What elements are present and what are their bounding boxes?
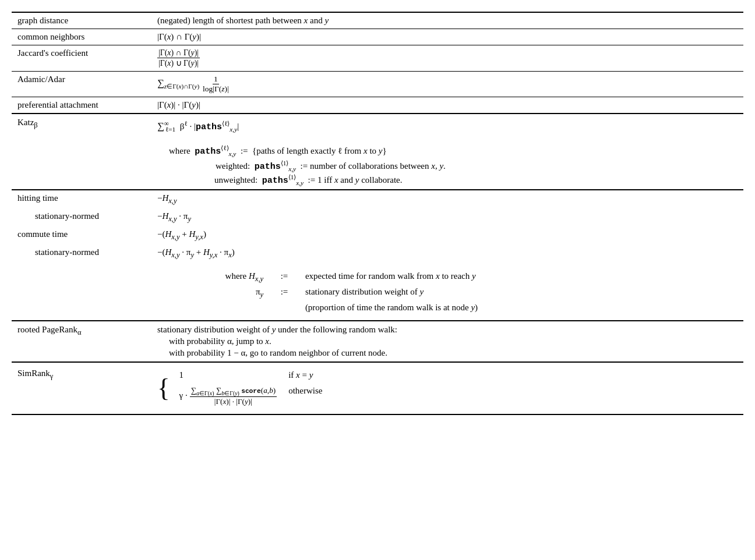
table-row: Katzβ ∑∞ℓ=1 βℓ · |paths⟨ℓ⟩x,y| where pat… [12,114,743,190]
table-row: graph distance (negated) length of short… [12,12,743,29]
row-label: Adamic/Adar [12,72,151,97]
row-formula: stationary distribution weight of y unde… [151,321,743,362]
row-formula: (negated) length of shortest path betwee… [151,12,743,29]
similarity-table: graph distance (negated) length of short… [12,12,743,415]
row-formula: −(Hx,y + Hy,x) [151,226,743,244]
row-formula: −Hx,y · πy [151,208,743,226]
row-formula: ∑z∈Γ(x)∩Γ(y) 1 log|Γ(z)| [151,72,743,97]
row-formula: −(Hx,y · πy + Hy,x · πx) [151,244,743,263]
row-label: commute time [12,226,151,244]
table-row: Jaccard's coefficient |Γ(x) ∩ Γ(y)| |Γ(x… [12,45,743,72]
table-row: stationary-normed −Hx,y · πy [12,208,743,226]
row-label: stationary-normed [12,244,151,263]
row-formula: |Γ(x) ∩ Γ(y)| |Γ(x) ∪ Γ(y)| [151,45,743,72]
main-container: graph distance (negated) length of short… [12,12,743,415]
table-row: Adamic/Adar ∑z∈Γ(x)∩Γ(y) 1 log|Γ(z)| [12,72,743,97]
table-row: stationary-normed −(Hx,y · πy + Hy,x · π… [12,244,743,263]
row-label: preferential attachment [12,97,151,114]
table-row: rooted PageRankα stationary distribution… [12,321,743,362]
table-row: preferential attachment |Γ(x)| · |Γ(y)| [12,97,743,114]
table-row: commute time −(Hx,y + Hy,x) [12,226,743,244]
row-label: Jaccard's coefficient [12,45,151,72]
table-row: common neighbors |Γ(x) ∩ Γ(y)| [12,29,743,45]
row-label: common neighbors [12,29,151,45]
row-formula: ∑∞ℓ=1 βℓ · |paths⟨ℓ⟩x,y| where paths⟨ℓ⟩x… [151,114,743,190]
table-row: hitting time −Hx,y [12,190,743,208]
row-formula: |Γ(x)| · |Γ(y)| [151,97,743,114]
row-formula: { 1 if x = y γ · ∑a∈Γ(x) [151,362,743,414]
table-row: SimRankγ { 1 if x = y γ · [12,362,743,414]
row-label: rooted PageRankα [12,321,151,362]
row-label: graph distance [12,12,151,29]
row-formula: where Hx,y := expected time for random w… [151,263,743,321]
table-row: where Hx,y := expected time for random w… [12,263,743,321]
row-label: SimRankγ [12,362,151,414]
row-label: stationary-normed [12,208,151,226]
row-label: Katzβ [12,114,151,190]
row-formula: −Hx,y [151,190,743,208]
row-formula: |Γ(x) ∩ Γ(y)| [151,29,743,45]
row-label [12,263,151,321]
row-label: hitting time [12,190,151,208]
